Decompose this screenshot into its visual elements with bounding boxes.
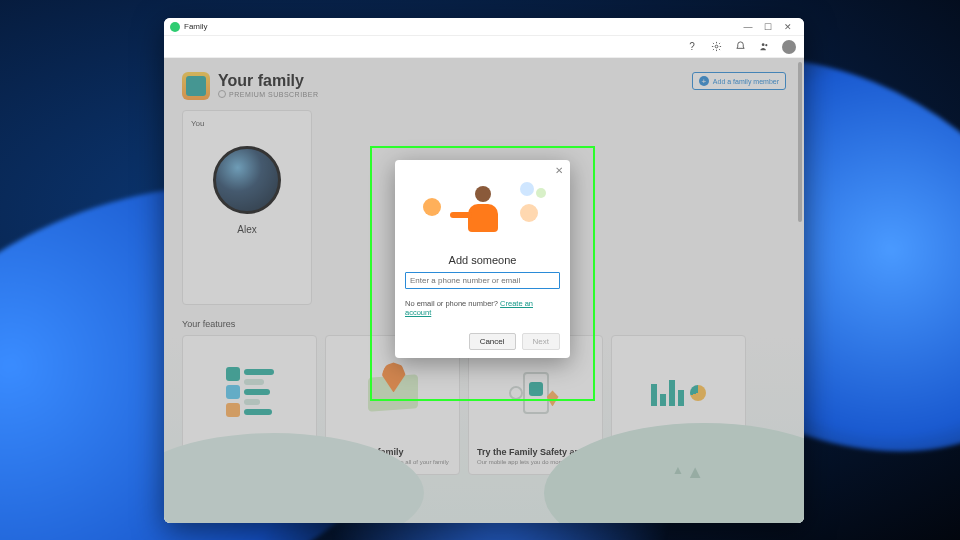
hint-text: No email or phone number? [405,299,500,308]
app-title: Family [184,22,208,31]
next-button: Next [522,333,560,350]
settings-icon[interactable] [710,41,722,53]
add-someone-dialog: ✕ Add someone No email or phone number? … [395,160,570,358]
contact-input[interactable] [405,272,560,289]
roles-icon[interactable] [758,41,770,53]
dialog-title: Add someone [405,254,560,266]
cancel-button[interactable]: Cancel [469,333,516,350]
dialog-hint: No email or phone number? Create an acco… [405,299,560,317]
notifications-icon[interactable] [734,41,746,53]
window-maximize-button[interactable]: ☐ [758,22,778,32]
svg-point-2 [765,44,767,46]
svg-point-0 [715,45,718,48]
help-icon[interactable]: ? [686,41,698,53]
toolbar: ? [164,36,804,58]
svg-point-1 [761,43,764,46]
user-avatar[interactable] [782,40,796,54]
app-icon [170,22,180,32]
window-minimize-button[interactable]: — [738,22,758,32]
titlebar: Family — ☐ ✕ [164,18,804,36]
window-close-button[interactable]: ✕ [778,22,798,32]
dialog-illustration [405,170,560,248]
